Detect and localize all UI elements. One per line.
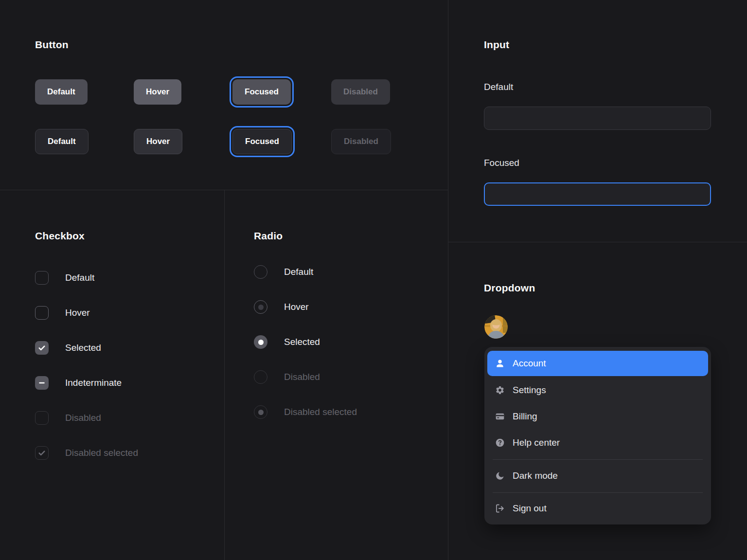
- menu-item-account[interactable]: Account: [487, 351, 708, 376]
- radio-label: Hover: [284, 302, 309, 312]
- menu-item-label: Help center: [513, 437, 560, 448]
- radio-dot: [258, 305, 264, 310]
- checkbox-label: Default: [65, 272, 94, 283]
- checkbox-label: Indeterminate: [65, 378, 122, 388]
- radio-hover[interactable]: [254, 300, 267, 314]
- credit-card-icon: [495, 412, 505, 421]
- dropdown-menu: Account Settings Billing Help center Dar…: [484, 347, 711, 524]
- question-icon: [495, 438, 505, 448]
- moon-icon: [495, 471, 505, 481]
- button-secondary-disabled: Disabled: [331, 129, 391, 154]
- dropdown-section-title: Dropdown: [484, 282, 535, 294]
- checkbox-label: Hover: [65, 307, 90, 318]
- button-primary-hover[interactable]: Hover: [134, 79, 181, 105]
- radio-label: Disabled selected: [284, 407, 357, 417]
- checkbox-disabled-selected: [35, 446, 49, 460]
- user-avatar[interactable]: [484, 315, 508, 339]
- radio-row-default: Default: [254, 265, 357, 279]
- checkbox-row-selected: Selected: [35, 341, 138, 355]
- menu-item-label: Sign out: [513, 503, 547, 514]
- button-row-primary: Default Hover Focused Disabled: [35, 79, 430, 105]
- menu-item-dark-mode[interactable]: Dark mode: [484, 463, 711, 489]
- radio-disabled: [254, 370, 267, 384]
- person-icon: [495, 359, 505, 368]
- button-primary-disabled: Disabled: [331, 79, 390, 105]
- radio-label: Selected: [284, 337, 320, 347]
- radio-label: Disabled: [284, 372, 320, 382]
- input-default-field[interactable]: [484, 107, 711, 130]
- input-section-title: Input: [484, 39, 509, 51]
- button-row-secondary: Default Hover Focused Disabled: [35, 129, 430, 154]
- radio-dot: [258, 410, 264, 415]
- check-icon: [37, 449, 46, 457]
- button-secondary-hover[interactable]: Hover: [134, 129, 182, 154]
- radio-dot: [258, 340, 264, 345]
- checkbox-list: Default Hover Selected Indeterminate Dis…: [35, 271, 138, 460]
- button-secondary-focused[interactable]: Focused: [232, 129, 292, 154]
- radio-section-title: Radio: [254, 230, 283, 242]
- input-default-label: Default: [484, 82, 513, 92]
- menu-item-help-center[interactable]: Help center: [484, 430, 711, 456]
- menu-item-settings[interactable]: Settings: [484, 377, 711, 403]
- checkbox-disabled: [35, 411, 49, 425]
- divider: [224, 190, 225, 560]
- checkbox-label: Disabled selected: [65, 448, 138, 458]
- checkbox-label: Selected: [65, 343, 101, 353]
- radio-row-hover: Hover: [254, 300, 357, 314]
- checkbox-selected[interactable]: [35, 341, 49, 355]
- button-primary-default[interactable]: Default: [35, 79, 88, 105]
- indeterminate-dash-icon: [37, 379, 46, 387]
- button-section-title: Button: [35, 39, 69, 51]
- menu-item-sign-out[interactable]: Sign out: [484, 495, 711, 522]
- checkbox-row-hover: Hover: [35, 306, 138, 320]
- radio-row-disabled-selected: Disabled selected: [254, 405, 357, 419]
- gear-icon: [495, 385, 505, 395]
- checkbox-section-title: Checkbox: [35, 230, 85, 242]
- divider: [448, 0, 448, 560]
- radio-row-disabled: Disabled: [254, 370, 357, 384]
- checkbox-default[interactable]: [35, 271, 49, 285]
- menu-item-label: Settings: [513, 385, 546, 396]
- menu-item-billing[interactable]: Billing: [484, 403, 711, 430]
- menu-item-label: Billing: [513, 411, 537, 422]
- button-secondary-default[interactable]: Default: [35, 129, 89, 154]
- sign-out-icon: [495, 504, 505, 513]
- checkbox-label: Disabled: [65, 413, 101, 423]
- menu-divider: [493, 492, 703, 493]
- button-primary-focused[interactable]: Focused: [232, 79, 291, 105]
- menu-item-label: Dark mode: [513, 470, 558, 481]
- radio-label: Default: [284, 267, 313, 277]
- checkbox-row-disabled-selected: Disabled selected: [35, 446, 138, 460]
- check-icon: [37, 343, 46, 352]
- radio-list: Default Hover Selected Disabled Disabled…: [254, 265, 357, 419]
- input-focused-label: Focused: [484, 158, 519, 168]
- radio-default[interactable]: [254, 265, 267, 279]
- checkbox-row-default: Default: [35, 271, 138, 285]
- radio-row-selected: Selected: [254, 335, 357, 349]
- checkbox-hover[interactable]: [35, 306, 49, 320]
- menu-item-label: Account: [513, 358, 546, 369]
- avatar-image: [484, 315, 508, 339]
- divider: [448, 242, 747, 242]
- radio-disabled-selected: [254, 405, 267, 419]
- input-focused-field[interactable]: [484, 182, 711, 206]
- radio-selected[interactable]: [254, 335, 267, 349]
- checkbox-indeterminate[interactable]: [35, 376, 49, 390]
- menu-divider: [493, 459, 703, 460]
- checkbox-row-disabled: Disabled: [35, 411, 138, 425]
- checkbox-row-indeterminate: Indeterminate: [35, 376, 138, 390]
